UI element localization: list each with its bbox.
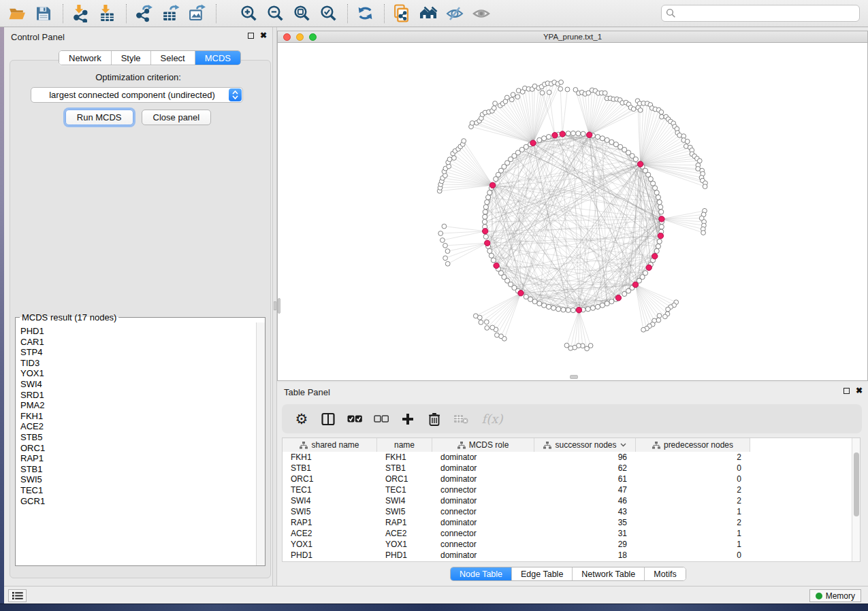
- network-node[interactable]: [511, 93, 515, 97]
- mcds-result-item[interactable]: GCR1: [20, 496, 255, 507]
- network-node[interactable]: [447, 157, 452, 162]
- network-node[interactable]: [542, 136, 547, 141]
- run-mcds-button[interactable]: Run MCDS: [65, 110, 133, 125]
- network-node[interactable]: [600, 136, 605, 141]
- save-session-button[interactable]: [33, 3, 54, 24]
- panel-splitter[interactable]: [272, 27, 277, 586]
- network-node[interactable]: [492, 106, 496, 111]
- optimization-criterion-select[interactable]: largest connected component (undirected): [31, 87, 243, 103]
- delete-table-button[interactable]: [452, 410, 470, 428]
- network-node[interactable]: [487, 248, 492, 253]
- network-node[interactable]: [595, 304, 600, 309]
- table-tab-node-table[interactable]: Node Table: [451, 567, 512, 580]
- network-node[interactable]: [551, 306, 556, 310]
- network-node[interactable]: [452, 156, 457, 161]
- network-node[interactable]: [701, 231, 706, 235]
- table-row[interactable]: RAP1RAP1dominator352: [283, 517, 852, 528]
- mcds-result-item[interactable]: STB1: [20, 464, 255, 475]
- network-node[interactable]: [659, 110, 664, 114]
- tab-select[interactable]: Select: [151, 51, 195, 65]
- network-horizontal-scrollbar[interactable]: [570, 375, 578, 379]
- network-node[interactable]: [558, 86, 563, 91]
- network-node[interactable]: [585, 346, 590, 351]
- network-node[interactable]: [663, 314, 668, 319]
- network-node[interactable]: [685, 139, 690, 144]
- table-scrollbar-thumb[interactable]: [854, 452, 859, 516]
- table-row[interactable]: FKH1FKH1dominator962: [283, 452, 852, 463]
- mcds-result-item[interactable]: TEC1: [20, 485, 255, 496]
- network-node[interactable]: [537, 301, 542, 306]
- network-node[interactable]: [438, 231, 443, 236]
- mcds-result-item[interactable]: PMA2: [20, 400, 255, 411]
- network-node[interactable]: [602, 90, 607, 95]
- network-node[interactable]: [524, 295, 528, 299]
- network-node[interactable]: [654, 248, 659, 253]
- network-node[interactable]: [570, 308, 575, 312]
- mcds-result-item[interactable]: FKH1: [20, 411, 255, 422]
- table-row[interactable]: SWI5SWI5connector431: [283, 506, 852, 517]
- column-header-name[interactable]: name: [377, 438, 432, 452]
- network-node[interactable]: [440, 238, 445, 243]
- network-node[interactable]: [581, 131, 585, 136]
- network-node[interactable]: [605, 137, 609, 142]
- network-node[interactable]: [559, 80, 564, 85]
- deselect-all-button[interactable]: [372, 410, 390, 428]
- network-node[interactable]: [600, 303, 605, 308]
- network-node[interactable]: [462, 139, 466, 144]
- network-node[interactable]: [483, 205, 488, 210]
- mcds-hub-node[interactable]: [489, 182, 495, 188]
- table-row[interactable]: TEC1TEC1connector472: [283, 484, 852, 495]
- network-node[interactable]: [566, 308, 570, 312]
- network-node[interactable]: [564, 343, 569, 348]
- table-row[interactable]: PHD1PHD1dominator180: [283, 550, 852, 561]
- splitter-grip-icon[interactable]: [274, 301, 276, 310]
- network-node[interactable]: [656, 195, 660, 199]
- network-file-button[interactable]: [391, 3, 412, 24]
- zoom-selected-button[interactable]: [318, 3, 338, 24]
- table-tab-network-table[interactable]: Network Table: [573, 567, 645, 580]
- table-row[interactable]: YOX1YOX1connector291: [283, 539, 852, 550]
- table-row[interactable]: STB1STB1dominator620: [283, 463, 852, 474]
- network-node[interactable]: [660, 114, 664, 119]
- table-row[interactable]: ORC1ORC1dominator610: [283, 474, 852, 484]
- float-window-icon[interactable]: [248, 33, 254, 39]
- hide-details-button[interactable]: [445, 3, 465, 24]
- close-panel-icon[interactable]: ✖: [260, 32, 267, 39]
- mcds-hub-node[interactable]: [658, 233, 663, 238]
- show-details-button[interactable]: [471, 3, 492, 24]
- column-header-successor-nodes[interactable]: successor nodes: [534, 438, 636, 452]
- network-node[interactable]: [697, 159, 702, 163]
- network-node[interactable]: [556, 307, 561, 312]
- network-node[interactable]: [540, 90, 545, 95]
- network-node[interactable]: [657, 200, 662, 205]
- export-table-button[interactable]: [160, 3, 180, 24]
- mcds-hub-node[interactable]: [615, 295, 621, 301]
- network-node[interactable]: [561, 308, 566, 312]
- tab-mcds[interactable]: MCDS: [195, 51, 240, 65]
- mcds-hub-node[interactable]: [494, 263, 499, 268]
- network-node[interactable]: [445, 249, 450, 254]
- mcds-hub-node[interactable]: [652, 253, 658, 259]
- mcds-hub-node[interactable]: [485, 240, 490, 246]
- first-neighbors-button[interactable]: [418, 3, 438, 24]
- network-node[interactable]: [491, 258, 496, 263]
- network-node[interactable]: [622, 291, 627, 296]
- network-node[interactable]: [443, 256, 448, 261]
- zoom-out-button[interactable]: [265, 3, 285, 24]
- mcds-hub-node[interactable]: [632, 282, 638, 287]
- network-node[interactable]: [487, 191, 492, 195]
- network-node[interactable]: [495, 333, 500, 337]
- network-node[interactable]: [641, 327, 646, 332]
- network-node[interactable]: [490, 325, 495, 330]
- network-vertical-scrollbar[interactable]: [278, 298, 280, 314]
- mcds-hub-node[interactable]: [587, 132, 592, 137]
- table-tab-edge-table[interactable]: Edge Table: [512, 567, 573, 580]
- network-node[interactable]: [658, 205, 663, 210]
- network-node[interactable]: [493, 101, 498, 106]
- network-node[interactable]: [547, 90, 551, 95]
- network-node[interactable]: [656, 244, 660, 248]
- table-settings-button[interactable]: ⚙: [293, 410, 310, 428]
- network-node[interactable]: [609, 299, 614, 304]
- mcds-hub-node[interactable]: [552, 133, 558, 138]
- network-node[interactable]: [585, 307, 590, 312]
